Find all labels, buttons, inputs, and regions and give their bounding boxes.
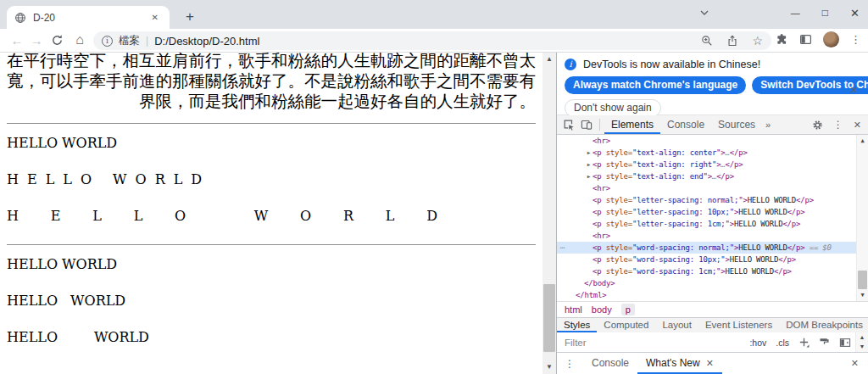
tab-elements[interactable]: Elements [604, 115, 660, 134]
settings-gear-icon[interactable] [812, 120, 823, 131]
tree-row[interactable]: <p style="word-spacing: 10px;">HELLO WOR… [557, 254, 868, 265]
new-style-rule-icon[interactable] [798, 337, 810, 348]
expander-arrow-icon[interactable]: ▶ [585, 147, 593, 159]
styles-filter-bar: Filter :hov .cls ▲ ▼ [557, 332, 868, 352]
url-text[interactable]: D:/Desktop/D-20.html [154, 35, 695, 47]
infobar-close-icon[interactable]: ✕ [850, 85, 858, 96]
code-token: <p [593, 170, 601, 182]
tree-row[interactable]: ▶<p style="text-align: right">…</p> [557, 159, 868, 170]
browser-menu-icon[interactable]: ⋮ [850, 34, 861, 45]
code-token: <hr> [593, 135, 610, 147]
expander-arrow-icon[interactable]: ▶ [585, 159, 593, 170]
scrollbar-thumb[interactable] [858, 271, 867, 289]
computed-sidebar-toggle-icon[interactable] [839, 337, 851, 349]
tab-bar: D-20 ✕ + — □ ✕ [0, 0, 868, 29]
reload-button[interactable] [48, 34, 65, 51]
tab-close-icon[interactable]: ✕ [148, 11, 162, 24]
bookmark-star-icon[interactable]: ☆ [752, 35, 763, 47]
tree-row[interactable]: ▶<p style="text-align: end">…</p> [557, 170, 868, 182]
tab-layout[interactable]: Layout [655, 318, 698, 332]
code-token: <p [593, 265, 601, 277]
drawer-tab-console[interactable]: Console [583, 353, 637, 374]
tab-search-chevron-icon[interactable] [699, 9, 709, 16]
tree-row[interactable]: ⋯<p style="word-spacing: normal;">HELLO … [557, 242, 868, 254]
browser-window: D-20 ✕ + — □ ✕ ← → ⌂ i 檔案 | D:/Desktop/D… [0, 0, 868, 374]
match-language-button[interactable]: Always match Chrome's language [565, 76, 746, 94]
extensions-puzzle-icon[interactable] [776, 33, 788, 46]
breadcrumb-p-selected[interactable]: p [621, 304, 635, 315]
dont-show-again-button[interactable]: Don't show again [565, 99, 661, 117]
tab-event-listeners[interactable]: Event Listeners [698, 318, 779, 332]
minimize-button[interactable]: — [791, 8, 800, 18]
drawer-close-icon[interactable]: ✕ [851, 359, 859, 368]
code-token: <p [593, 147, 601, 159]
page-info-icon[interactable]: i [102, 36, 113, 47]
code-token: "word-spacing: 1cm;" [632, 265, 721, 277]
new-tab-button[interactable]: + [180, 7, 200, 27]
tree-row[interactable]: </body> [557, 277, 868, 289]
drawer-tab-close-icon[interactable]: ✕ [706, 359, 714, 368]
breadcrumb-body[interactable]: body [592, 304, 612, 315]
expander-arrow-icon[interactable]: ▶ [585, 170, 593, 182]
device-toolbar-icon[interactable] [581, 119, 593, 131]
code-token: </html> [576, 289, 607, 301]
back-button[interactable]: ← [8, 32, 25, 49]
cls-toggle[interactable]: .cls [776, 338, 789, 348]
tab-dom-breakpoints[interactable]: DOM Breakpoints [779, 318, 868, 332]
hov-state-toggle[interactable]: :hov [749, 338, 766, 348]
tree-row[interactable]: ▶<p style="text-align: center">…</p> [557, 147, 868, 159]
cjk-paragraph: 在平行時空下，相互並肩前行，歌手和粉絲的人生軌跡之間的距離不曾太 寬，可以手牽手… [7, 53, 536, 112]
letter-spacing-10px-sample: HELLO WORLD [7, 171, 536, 188]
tree-row[interactable]: <p style="word-spacing: 1cm;">HELLO WORL… [557, 265, 868, 277]
breadcrumb-html[interactable]: html [565, 304, 582, 315]
infobar-message: DevTools is now available in Chinese! [583, 59, 760, 70]
forward-button[interactable]: → [28, 32, 45, 49]
tree-row[interactable]: </html> [557, 289, 868, 301]
paint-roller-icon[interactable] [819, 337, 830, 348]
scroll-up-arrow[interactable]: ▲ [857, 136, 868, 146]
drawer-tab-whats-new[interactable]: What's New ✕ [637, 353, 722, 374]
scrollbar-thumb[interactable] [543, 284, 555, 352]
close-window-button[interactable]: ✕ [850, 8, 860, 19]
code-token: "text-align: center" [632, 147, 721, 159]
scroll-up-arrow[interactable]: ▲ [856, 333, 868, 342]
tree-row[interactable]: <p style="letter-spacing: 1cm;">HELLO WO… [557, 218, 868, 230]
tab-computed[interactable]: Computed [597, 318, 655, 332]
address-bar[interactable]: i 檔案 | D:/Desktop/D-20.html ☆ [93, 31, 771, 50]
tree-row[interactable]: <hr> [557, 135, 868, 147]
scroll-down-arrow[interactable]: ▼ [856, 343, 868, 351]
home-button[interactable]: ⌂ [71, 31, 88, 48]
devtools-close-icon[interactable]: ✕ [854, 120, 861, 130]
code-token: == $0 [805, 242, 832, 254]
word-spacing-normal-sample: HELLO WORLD [7, 256, 536, 273]
styles-filter-input[interactable]: Filter [565, 338, 587, 348]
toolbar-divider [599, 119, 600, 131]
elements-scrollbar[interactable]: ▲ ▼ [856, 135, 868, 301]
tree-row[interactable]: <hr> [557, 182, 868, 194]
inspect-element-icon[interactable] [563, 119, 575, 131]
page-content: 在平行時空下，相互並肩前行，歌手和粉絲的人生軌跡之間的距離不曾太 寬，可以手牽手… [0, 53, 542, 374]
scroll-up-arrow[interactable]: ▲ [542, 53, 556, 65]
scroll-down-arrow[interactable]: ▼ [542, 361, 556, 373]
more-tabs-icon[interactable]: » [762, 120, 774, 130]
tab-styles[interactable]: Styles [557, 318, 597, 332]
profile-avatar[interactable] [823, 31, 839, 47]
tree-row[interactable]: <hr> [557, 230, 868, 242]
styles-scrollbar[interactable]: ▲ ▼ [855, 332, 868, 352]
tree-row[interactable]: <p style="letter-spacing: 10px;">HELLO W… [557, 206, 868, 218]
browser-tab[interactable]: D-20 ✕ [7, 6, 170, 29]
side-panel-icon[interactable] [799, 33, 812, 46]
share-icon[interactable] [726, 35, 738, 47]
code-token: HELLO WORLD [738, 206, 787, 218]
tab-console[interactable]: Console [660, 115, 711, 134]
drawer-menu-icon[interactable]: ⋮ [565, 358, 575, 370]
maximize-button[interactable]: □ [822, 8, 828, 18]
code-token: style= [601, 170, 632, 182]
devtools-menu-icon[interactable]: ⋮ [833, 120, 843, 130]
scroll-down-arrow[interactable]: ▼ [857, 290, 868, 300]
zoom-magnifier-icon[interactable] [701, 35, 713, 47]
page-scrollbar[interactable]: ▲ ▼ [542, 53, 556, 374]
code-token: HELLO WORLD [738, 242, 787, 254]
tab-sources[interactable]: Sources [711, 115, 762, 134]
tree-row[interactable]: <p style="letter-spacing: normal;">HELLO… [557, 194, 868, 206]
